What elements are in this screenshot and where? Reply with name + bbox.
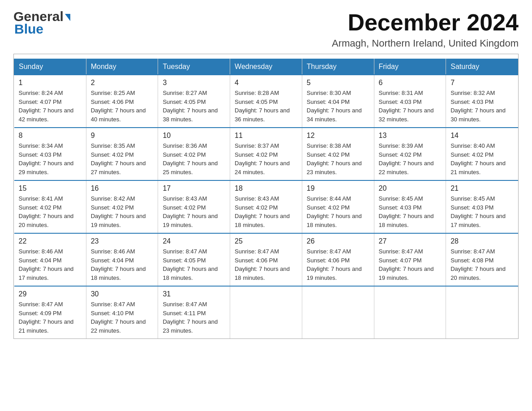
day-number: 20 [379,184,442,193]
logo-blue: Blue [14,21,43,37]
location: Armagh, Northern Ireland, United Kingdom [332,38,519,49]
col-tuesday: Tuesday [158,59,230,75]
day-info: Sunrise: 8:40 AMSunset: 4:02 PMDaylight:… [450,142,506,176]
calendar-cell: 20 Sunrise: 8:45 AMSunset: 4:03 PMDaylig… [374,180,446,233]
calendar-cell: 3 Sunrise: 8:27 AMSunset: 4:05 PMDayligh… [158,75,230,128]
day-info: Sunrise: 8:35 AMSunset: 4:02 PMDaylight:… [91,142,146,176]
day-number: 1 [19,79,82,87]
day-info: Sunrise: 8:28 AMSunset: 4:05 PMDaylight:… [235,90,290,123]
day-number: 28 [450,237,513,245]
calendar-cell: 4 Sunrise: 8:28 AMSunset: 4:05 PMDayligh… [230,75,302,128]
day-info: Sunrise: 8:47 AMSunset: 4:08 PMDaylight:… [450,248,506,281]
calendar-cell: 15 Sunrise: 8:41 AMSunset: 4:02 PMDaylig… [14,180,86,233]
calendar-cell: 28 Sunrise: 8:47 AMSunset: 4:08 PMDaylig… [446,233,518,286]
page-header: General Blue December 2024 Armagh, North… [13,9,519,49]
day-info: Sunrise: 8:46 AMSunset: 4:04 PMDaylight:… [19,248,74,281]
calendar-cell: 16 Sunrise: 8:42 AMSunset: 4:02 PMDaylig… [86,180,158,233]
day-info: Sunrise: 8:47 AMSunset: 4:06 PMDaylight:… [235,248,290,281]
col-wednesday: Wednesday [230,59,302,75]
day-info: Sunrise: 8:27 AMSunset: 4:05 PMDaylight:… [163,90,218,123]
day-number: 11 [235,132,297,140]
calendar-cell: 13 Sunrise: 8:39 AMSunset: 4:02 PMDaylig… [374,128,446,180]
day-info: Sunrise: 8:41 AMSunset: 4:02 PMDaylight:… [19,195,74,228]
calendar-cell: 30 Sunrise: 8:47 AMSunset: 4:10 PMDaylig… [86,286,158,338]
day-number: 6 [379,79,442,87]
day-number: 17 [163,184,225,193]
calendar-week-3: 15 Sunrise: 8:41 AMSunset: 4:02 PMDaylig… [14,180,518,233]
day-info: Sunrise: 8:47 AMSunset: 4:05 PMDaylight:… [163,248,218,281]
calendar-cell: 10 Sunrise: 8:36 AMSunset: 4:02 PMDaylig… [158,128,230,180]
col-thursday: Thursday [302,59,374,75]
day-info: Sunrise: 8:43 AMSunset: 4:02 PMDaylight:… [163,195,218,228]
calendar-cell: 11 Sunrise: 8:37 AMSunset: 4:02 PMDaylig… [230,128,302,180]
day-number: 31 [163,290,225,298]
calendar-table: Sunday Monday Tuesday Wednesday Thursday… [14,59,518,338]
day-number: 3 [163,79,225,87]
calendar-cell: 22 Sunrise: 8:46 AMSunset: 4:04 PMDaylig… [14,233,86,286]
day-info: Sunrise: 8:43 AMSunset: 4:02 PMDaylight:… [235,195,290,228]
day-info: Sunrise: 8:47 AMSunset: 4:10 PMDaylight:… [91,301,146,334]
calendar-cell: 26 Sunrise: 8:47 AMSunset: 4:06 PMDaylig… [302,233,374,286]
day-number: 30 [91,290,154,298]
day-info: Sunrise: 8:47 AMSunset: 4:07 PMDaylight:… [379,248,434,281]
day-number: 7 [450,79,513,87]
day-number: 23 [91,237,154,245]
calendar-cell: 18 Sunrise: 8:43 AMSunset: 4:02 PMDaylig… [230,180,302,233]
day-number: 27 [379,237,442,245]
day-number: 16 [91,184,154,193]
day-info: Sunrise: 8:25 AMSunset: 4:06 PMDaylight:… [91,90,146,123]
day-info: Sunrise: 8:38 AMSunset: 4:02 PMDaylight:… [307,142,362,176]
day-info: Sunrise: 8:36 AMSunset: 4:02 PMDaylight:… [163,142,218,176]
calendar-week-5: 29 Sunrise: 8:47 AMSunset: 4:09 PMDaylig… [14,286,518,338]
calendar-cell: 2 Sunrise: 8:25 AMSunset: 4:06 PMDayligh… [86,75,158,128]
day-number: 4 [235,79,297,87]
col-monday: Monday [86,59,158,75]
day-info: Sunrise: 8:42 AMSunset: 4:02 PMDaylight:… [91,195,146,228]
calendar-cell: 8 Sunrise: 8:34 AMSunset: 4:03 PMDayligh… [14,128,86,180]
calendar-cell: 1 Sunrise: 8:24 AMSunset: 4:07 PMDayligh… [14,75,86,128]
day-number: 29 [19,290,82,298]
day-info: Sunrise: 8:30 AMSunset: 4:04 PMDaylight:… [307,90,362,123]
day-info: Sunrise: 8:47 AMSunset: 4:09 PMDaylight:… [19,301,74,334]
day-number: 9 [91,132,154,140]
day-number: 24 [163,237,225,245]
day-number: 2 [91,79,154,87]
calendar-cell: 31 Sunrise: 8:47 AMSunset: 4:11 PMDaylig… [158,286,230,338]
title-section: December 2024 Armagh, Northern Ireland, … [332,9,519,49]
calendar-cell: 17 Sunrise: 8:43 AMSunset: 4:02 PMDaylig… [158,180,230,233]
col-friday: Friday [374,59,446,75]
calendar-header-row: Sunday Monday Tuesday Wednesday Thursday… [14,59,518,75]
col-sunday: Sunday [14,59,86,75]
day-number: 22 [19,237,82,245]
calendar-cell: 21 Sunrise: 8:45 AMSunset: 4:03 PMDaylig… [446,180,518,233]
calendar-week-1: 1 Sunrise: 8:24 AMSunset: 4:07 PMDayligh… [14,75,518,128]
calendar-cell: 6 Sunrise: 8:31 AMSunset: 4:03 PMDayligh… [374,75,446,128]
day-number: 10 [163,132,225,140]
day-info: Sunrise: 8:47 AMSunset: 4:06 PMDaylight:… [307,248,362,281]
day-info: Sunrise: 8:45 AMSunset: 4:03 PMDaylight:… [450,195,506,228]
logo: General Blue [13,9,70,37]
day-info: Sunrise: 8:47 AMSunset: 4:11 PMDaylight:… [163,301,218,334]
day-number: 13 [379,132,442,140]
calendar-cell: 24 Sunrise: 8:47 AMSunset: 4:05 PMDaylig… [158,233,230,286]
day-number: 19 [307,184,369,193]
calendar-week-2: 8 Sunrise: 8:34 AMSunset: 4:03 PMDayligh… [14,128,518,180]
col-saturday: Saturday [446,59,518,75]
calendar-cell [230,286,302,338]
calendar-cell: 25 Sunrise: 8:47 AMSunset: 4:06 PMDaylig… [230,233,302,286]
calendar-cell [302,286,374,338]
calendar-cell: 7 Sunrise: 8:32 AMSunset: 4:03 PMDayligh… [446,75,518,128]
day-number: 14 [450,132,513,140]
calendar-cell: 29 Sunrise: 8:47 AMSunset: 4:09 PMDaylig… [14,286,86,338]
day-info: Sunrise: 8:34 AMSunset: 4:03 PMDaylight:… [19,142,74,176]
day-number: 15 [19,184,82,193]
day-info: Sunrise: 8:46 AMSunset: 4:04 PMDaylight:… [91,248,146,281]
logo-arrow-icon [65,14,70,21]
month-title: December 2024 [332,9,519,36]
calendar-cell: 9 Sunrise: 8:35 AMSunset: 4:02 PMDayligh… [86,128,158,180]
day-number: 21 [450,184,513,193]
day-number: 5 [307,79,369,87]
calendar-cell: 27 Sunrise: 8:47 AMSunset: 4:07 PMDaylig… [374,233,446,286]
day-number: 8 [19,132,82,140]
calendar-cell: 14 Sunrise: 8:40 AMSunset: 4:02 PMDaylig… [446,128,518,180]
